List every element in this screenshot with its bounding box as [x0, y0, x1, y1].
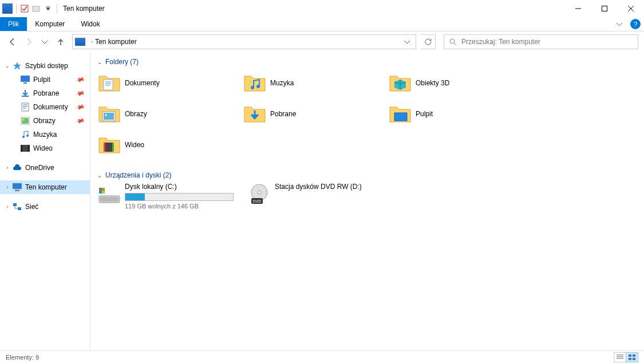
chevron-right-icon[interactable]: › [91, 39, 93, 45]
chevron-right-icon[interactable]: › [5, 165, 10, 171]
network-icon [13, 202, 22, 211]
tab-view[interactable]: Widok [73, 17, 108, 31]
search-input[interactable]: Przeszukaj: Ten komputer [444, 34, 638, 49]
address-history-dropdown[interactable] [401, 39, 413, 45]
dvd-icon: DVD [247, 183, 271, 207]
devices-row: Dysk lokalny (C:) 119 GB wolnych z 146 G… [97, 183, 637, 210]
svg-rect-30 [100, 197, 118, 202]
folder-label: Obrazy [125, 110, 147, 118]
svg-rect-15 [13, 183, 22, 189]
svg-rect-34 [99, 191, 102, 194]
pin-icon: 📌 [75, 102, 86, 112]
group-count: (2) [161, 171, 171, 179]
svg-point-37 [258, 191, 261, 194]
content: ⌄ Szybki dostęp Pulpit 📌 Pobrane 📌 Dokum… [0, 52, 644, 350]
folder-label: Pulpit [416, 110, 433, 118]
folder-desktop[interactable]: Pulpit [388, 100, 534, 128]
minimize-button[interactable] [565, 0, 591, 17]
svg-point-21 [256, 85, 260, 88]
tree-label: Ten komputer [25, 183, 67, 191]
tree-this-pc[interactable]: › Ten komputer [0, 180, 90, 194]
folders-grid: Dokumenty Muzyka Obiekty 3D Obrazy Pobra… [97, 69, 637, 159]
qat-newfolder-icon[interactable] [31, 4, 41, 13]
close-button[interactable] [618, 0, 644, 17]
nav-up[interactable] [54, 35, 68, 49]
nav-back[interactable] [6, 35, 19, 49]
folder-3dobjects[interactable]: Obiekty 3D [388, 69, 534, 97]
qat-properties-icon[interactable] [20, 4, 29, 13]
svg-point-10 [22, 136, 25, 138]
folder-label: Wideo [125, 141, 144, 149]
tree-quick-access[interactable]: ⌄ Szybki dostęp [0, 59, 90, 73]
pin-icon: 📌 [75, 88, 86, 98]
tab-computer[interactable]: Komputer [27, 17, 73, 31]
cloud-icon [13, 163, 22, 172]
tree-item-music[interactable]: Muzyka [0, 128, 90, 141]
help-button[interactable]: ? [630, 19, 641, 29]
address-bar[interactable]: › Ten komputer [72, 34, 416, 49]
tree-label: Wideo [33, 144, 53, 152]
folder-video[interactable]: Wideo [97, 131, 243, 159]
svg-rect-0 [21, 5, 28, 12]
nav-tree: ⌄ Szybki dostęp Pulpit 📌 Pobrane 📌 Dokum… [0, 52, 90, 350]
refresh-button[interactable] [421, 34, 436, 49]
maximize-button[interactable] [591, 0, 618, 17]
folder-pictures[interactable]: Obrazy [97, 100, 243, 128]
folder-documents[interactable]: Dokumenty [97, 69, 243, 97]
tree-item-documents[interactable]: Dokumenty 📌 [0, 100, 90, 114]
navbar: › Ten komputer Przeszukaj: Ten komputer [0, 31, 644, 52]
device-local-disk-c[interactable]: Dysk lokalny (C:) 119 GB wolnych z 146 G… [97, 183, 240, 210]
folder-documents-icon [97, 71, 121, 95]
ribbon-expand[interactable] [612, 17, 627, 31]
group-folders-header[interactable]: ⌄ Foldery (7) [97, 58, 637, 66]
svg-rect-8 [22, 118, 29, 124]
tab-file[interactable]: Plik [0, 17, 27, 31]
svg-rect-14 [28, 145, 30, 152]
downloads-icon [21, 89, 30, 98]
folder-3d-icon [388, 71, 412, 95]
tree-label: Pobrane [33, 89, 59, 97]
tree-label: Pulpit [33, 76, 50, 84]
tree-label: Szybki dostęp [25, 62, 68, 70]
device-dvd-d[interactable]: DVD Stacja dysków DVD RW (D:) [247, 183, 390, 210]
tree-item-downloads[interactable]: Pobrane 📌 [0, 86, 90, 100]
status-bar: Elementy: 9 [0, 350, 644, 363]
storage-bar [125, 193, 234, 201]
svg-rect-17 [13, 203, 17, 206]
tree-onedrive[interactable]: › OneDrive [0, 161, 90, 175]
documents-icon [21, 102, 30, 112]
view-tiles-button[interactable] [626, 352, 638, 362]
nav-recent[interactable] [38, 35, 52, 49]
group-devices-header[interactable]: ⌄ Urządzenia i dyski (2) [97, 171, 637, 179]
main-panel: ⌄ Foldery (7) Dokumenty Muzyka Obiekty 3… [90, 52, 644, 350]
qat-dropdown[interactable] [44, 4, 52, 13]
svg-rect-27 [104, 143, 105, 152]
ribbon: Plik Komputer Widok ? [0, 17, 644, 31]
tree-network[interactable]: › Sieć [0, 200, 90, 214]
tree-item-video[interactable]: Wideo [0, 141, 90, 155]
svg-rect-35 [102, 191, 105, 194]
app-icon [2, 3, 13, 14]
folder-video-icon [97, 133, 121, 157]
chevron-down-icon[interactable]: ⌄ [5, 63, 10, 69]
chevron-right-icon[interactable]: › [5, 204, 10, 210]
folder-downloads[interactable]: Pobrane [243, 100, 388, 128]
chevron-right-icon[interactable]: › [5, 184, 10, 190]
search-placeholder: Przeszukaj: Ten komputer [461, 38, 540, 46]
tree-label: OneDrive [25, 164, 54, 172]
view-details-button[interactable] [614, 352, 626, 362]
tree-item-desktop[interactable]: Pulpit 📌 [0, 73, 90, 86]
star-icon [13, 61, 22, 70]
svg-point-3 [450, 39, 455, 44]
folder-label: Obiekty 3D [416, 79, 449, 87]
svg-rect-4 [21, 76, 30, 82]
music-icon [21, 130, 30, 139]
folder-label: Pobrane [270, 110, 296, 118]
chevron-down-icon: ⌄ [97, 59, 102, 65]
address-segment[interactable]: Ten komputer [95, 38, 137, 46]
svg-text:DVD: DVD [253, 199, 262, 203]
folder-music[interactable]: Muzyka [243, 69, 388, 97]
tree-item-pictures[interactable]: Obrazy 📌 [0, 114, 90, 128]
svg-rect-43 [633, 358, 635, 360]
group-count: (7) [128, 58, 139, 66]
